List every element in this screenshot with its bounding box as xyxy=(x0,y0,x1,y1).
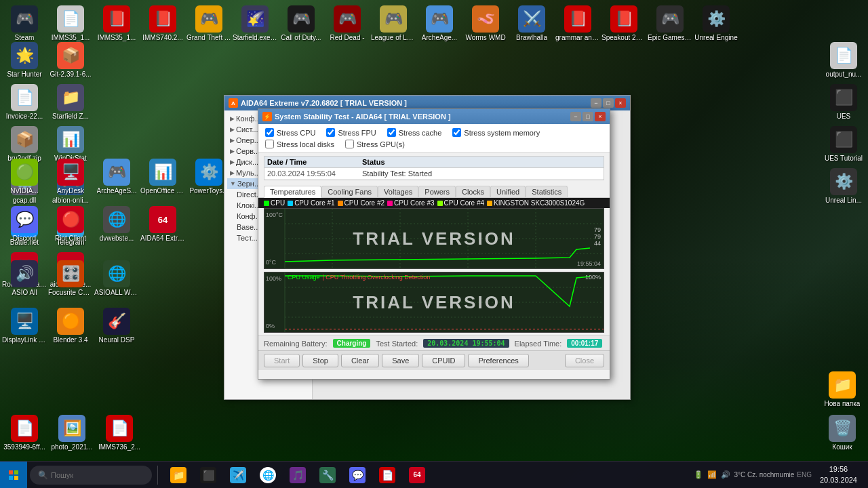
save-button[interactable]: Save xyxy=(382,354,419,367)
stress-memory-option[interactable]: Stress system memory xyxy=(452,128,540,137)
stress-fpu-checkbox[interactable] xyxy=(326,128,335,137)
taskbar-search[interactable]: 🔍 xyxy=(30,466,152,485)
tab-statistics[interactable]: Statistics xyxy=(526,186,568,197)
desktop-icon-grammar[interactable]: 📕 grammar and vocabulary... xyxy=(555,3,601,45)
util-icons-row: 🟢 NVIDIA... 🖥️ AnyDesk 🎮 ArcheAgeS... 📊 … xyxy=(1,156,232,198)
temp-val-2: 79 xyxy=(594,233,601,240)
desktop-icon-nvidia[interactable]: 🟢 NVIDIA... xyxy=(1,156,47,198)
desktop-icon-archeage2[interactable]: 🎮 ArcheAgeS... xyxy=(94,156,140,198)
stress-gpu-checkbox[interactable] xyxy=(345,140,354,148)
desktop-icon-unreal-lin[interactable]: ⚙️ Unreal Lin... xyxy=(821,165,867,207)
stability-window[interactable]: ⚡ System Stability Test - AIDA64 [ TRIAL… xyxy=(258,108,610,380)
desktop-icon-dvwebsite[interactable]: 🌐 dvwebste... xyxy=(94,203,140,245)
taskbar-app-terminal[interactable]: ⬛ xyxy=(193,462,223,489)
top-row-icons: 🎮 Steam 📄 IMMS35_1... 📕 IMMS35_1... 📕 IM… xyxy=(0,1,741,46)
stability-maximize-button[interactable]: □ xyxy=(583,112,593,121)
desktop-icon-steam[interactable]: 🎮 Steam xyxy=(1,3,47,45)
desktop-icon-riot[interactable]: 🔴 Riot Client xyxy=(47,203,94,245)
stress-memory-checkbox[interactable] xyxy=(452,128,461,137)
desktop-icon-starfield[interactable]: 🌠 Starfield.exe - 9plinc... xyxy=(232,3,278,45)
clear-button[interactable]: Clear xyxy=(341,354,379,367)
cpuid-button[interactable]: CPUID xyxy=(422,354,465,367)
desktop-icon-asio[interactable]: 🔊 ASIO All xyxy=(1,258,47,300)
desktop-icon-unreal[interactable]: ⚙️ Unreal Engine xyxy=(693,3,739,45)
tab-temperatures[interactable]: Temperatures xyxy=(264,186,321,198)
desktop-icon-pdf2[interactable]: 📕 IMMS740.2... xyxy=(140,3,186,45)
desktop-icon-speakout[interactable]: 📕 Speakout 2nd Edition Ele... xyxy=(601,3,647,45)
desktop-icon-photo[interactable]: 🖼️ photo_2021... xyxy=(49,412,95,454)
preferences-button[interactable]: Preferences xyxy=(468,354,528,367)
taskbar-app-music[interactable]: 🎵 xyxy=(283,462,313,489)
desktop-icon-output[interactable]: 📄 output_nu... xyxy=(821,39,867,81)
systray-network-icon[interactable]: 📶 xyxy=(707,470,717,481)
stress-cache-option[interactable]: Stress cache xyxy=(387,128,442,137)
desktop-icon-doc1[interactable]: 📄 3593949-6ff... xyxy=(1,412,47,454)
desktop-icon-invoice[interactable]: 📄 Invoice-22... xyxy=(1,81,47,123)
tab-clocks[interactable]: Clocks xyxy=(456,186,490,197)
desktop-icon-ues-tutorial[interactable]: ⬛ UES Tutorial xyxy=(821,123,867,165)
systray-battery-icon[interactable]: 🔋 xyxy=(693,470,704,481)
stress-cache-checkbox[interactable] xyxy=(387,128,396,137)
start-button[interactable]: Start xyxy=(264,354,300,367)
tab-cooling-fans[interactable]: Cooling Fans xyxy=(321,186,378,197)
desktop-icon-cod[interactable]: 🎮 Call of Duty... xyxy=(278,3,324,45)
desktop-icon-asio-web[interactable]: 🌐 ASIOALL Web Site xyxy=(94,258,140,300)
taskbar-app-discord[interactable]: 💬 xyxy=(342,462,372,489)
stress-gpu-option[interactable]: Stress GPU(s) xyxy=(345,140,405,148)
taskbar-app-tool[interactable]: 🔧 xyxy=(313,462,342,489)
chart-tabs: Temperatures Cooling Fans Voltages Power… xyxy=(258,183,610,198)
desktop-icon-lol[interactable]: 🎮 League of Legends xyxy=(370,3,416,45)
stress-cpu-option[interactable]: Stress CPU xyxy=(265,128,315,137)
stability-window-controls[interactable]: − □ × xyxy=(570,112,606,121)
doc1-label: 3593949-6ff... xyxy=(3,443,45,451)
aida64-minimize-button[interactable]: − xyxy=(591,98,601,108)
desktop-icon-pdf1[interactable]: 📕 IMMS35_1... xyxy=(94,3,140,45)
tab-unified[interactable]: Unified xyxy=(490,186,526,197)
search-input[interactable] xyxy=(51,471,144,479)
desktop-icon-imm1[interactable]: 📄 IMMS35_1... xyxy=(47,3,94,45)
stability-close-button[interactable]: × xyxy=(595,112,606,121)
desktop-icon-discord[interactable]: 💬 Discord xyxy=(1,203,47,245)
taskbar-divider-1 xyxy=(157,466,158,485)
desktop-icon-worms[interactable]: 🪱 Worms WMD xyxy=(462,3,509,45)
desktop-icon-focusrite[interactable]: 🎛️ Focusrite Control xyxy=(47,258,94,300)
desktop-icon-imms736[interactable]: 📄 IMMS736_2... xyxy=(96,412,142,454)
git-label: Git-2.39.1-6... xyxy=(50,70,91,79)
desktop-icon-neuraldsp[interactable]: 🎸 Neural DSP xyxy=(94,305,140,347)
desktop-icon-anydesk[interactable]: 🖥️ AnyDesk xyxy=(47,156,94,198)
aida64-window-controls[interactable]: − □ × xyxy=(591,98,626,108)
taskbar-app-chrome[interactable]: 🌐 xyxy=(253,462,283,489)
taskbar-app-telegram[interactable]: ✈️ xyxy=(223,462,253,489)
desktop-icon-brawlhalla[interactable]: ⚔️ Brawlhalla xyxy=(509,3,555,45)
taskbar-app-aida64[interactable]: 64 xyxy=(402,462,432,489)
desktop-icon-row-2: 📄 Invoice-22... 📁 Starfield Z... xyxy=(1,81,94,123)
close-button[interactable]: Close xyxy=(565,354,604,367)
desktop-icon-aida64-2[interactable]: 64 AIDA64 Extreme xyxy=(140,203,186,245)
desktop-icon-gta[interactable]: 🎮 Grand Theft Auto V... xyxy=(186,3,232,45)
tab-voltages[interactable]: Voltages xyxy=(378,186,418,197)
stability-minimize-button[interactable]: − xyxy=(570,112,581,121)
stress-cpu-checkbox[interactable] xyxy=(265,128,274,137)
systray-sound-icon[interactable]: 🔊 xyxy=(720,470,731,481)
taskbar-app-explorer[interactable]: 📁 xyxy=(163,462,193,489)
stress-disk-checkbox[interactable] xyxy=(265,140,274,148)
stress-disk-option[interactable]: Stress local disks xyxy=(265,140,334,148)
desktop-icon-openoffice[interactable]: 📊 OpenOffice 4.1/13 xyxy=(140,156,186,198)
aida64-maximize-button[interactable]: □ xyxy=(603,98,614,108)
desktop-icon-nova-papka[interactable]: 📁 Нова папка xyxy=(819,369,865,411)
stop-button[interactable]: Stop xyxy=(302,354,338,367)
desktop-icon-reddead[interactable]: 🎮 Red Dead - xyxy=(324,3,370,45)
taskbar-app-doc[interactable]: 📄 xyxy=(372,462,402,489)
desktop-icon-archeage[interactable]: 🎮 ArcheAge... xyxy=(416,3,462,45)
stress-fpu-option[interactable]: Stress FPU xyxy=(326,128,376,137)
desktop-icon-epicgames[interactable]: 🎮 Epic Games Launcher xyxy=(647,3,693,45)
tab-powers[interactable]: Powers xyxy=(418,186,456,197)
desktop-icon-ues[interactable]: ⬛ UES xyxy=(821,81,867,123)
desktop-icon-starfieldz[interactable]: 📁 Starfield Z... xyxy=(47,81,94,123)
aida64-close-button[interactable]: × xyxy=(615,98,626,108)
desktop-icon-koshyk[interactable]: 🗑️ Кошик xyxy=(819,412,865,454)
desktop-icon-blender[interactable]: 🟠 Blender 3.4 xyxy=(47,305,94,347)
desktop-icon-displaylink[interactable]: 🖥️ DisplayLink USB Graph... xyxy=(1,305,47,347)
start-button[interactable] xyxy=(0,462,27,489)
photo-icon: 🖼️ xyxy=(58,415,85,442)
